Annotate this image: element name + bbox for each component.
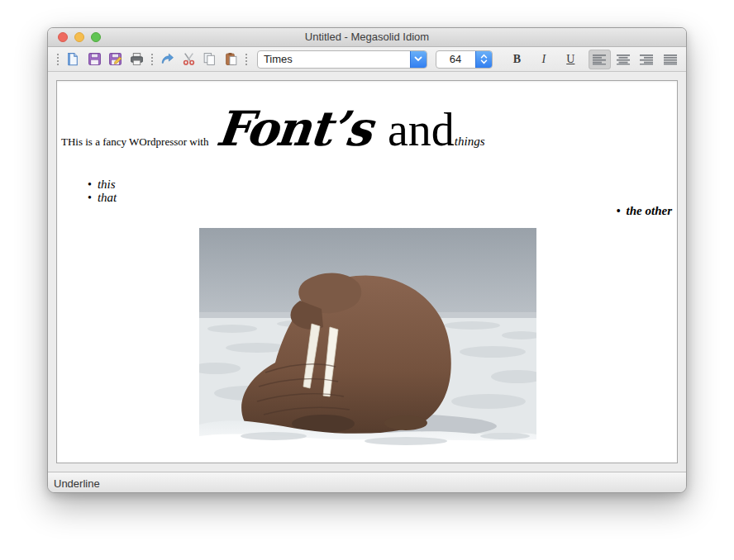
new-document-icon xyxy=(66,52,80,66)
bullet-list: •this •that xyxy=(88,178,117,205)
bold-label: B xyxy=(513,53,521,65)
redo-arrow-icon xyxy=(160,52,174,66)
zoom-window-button[interactable] xyxy=(91,32,101,42)
redo-button[interactable] xyxy=(157,50,179,69)
scissors-icon xyxy=(182,52,196,66)
copy-button[interactable] xyxy=(199,50,221,69)
app-window: Untitled - Megasolid Idiom xyxy=(47,27,687,493)
align-center-icon xyxy=(616,54,631,65)
bullet-text: the other xyxy=(627,204,672,218)
italic-button[interactable]: I xyxy=(532,50,555,69)
italic-label: I xyxy=(542,53,546,65)
bold-button[interactable]: B xyxy=(506,50,528,69)
tail-word: things xyxy=(455,135,485,149)
align-left-icon xyxy=(592,54,607,65)
toolbar-separator xyxy=(151,53,153,65)
stepper-arrows-icon xyxy=(475,50,492,69)
align-justify-button[interactable] xyxy=(660,50,681,69)
minimize-window-button[interactable] xyxy=(74,32,84,42)
underline-button[interactable]: U xyxy=(560,50,582,69)
cut-button[interactable] xyxy=(178,50,199,69)
document-heading-line: THis is a fancy WOrdpressor withFont’s a… xyxy=(61,101,485,157)
and-word: and xyxy=(376,103,455,156)
editor-area: THis is a fancy WOrdpressor withFont’s a… xyxy=(48,72,686,472)
paste-clipboard-icon xyxy=(224,52,238,66)
align-right-icon xyxy=(639,54,654,65)
walrus-on-ice-photo xyxy=(199,228,536,451)
list-item: •that xyxy=(88,192,117,204)
status-bar: Underline xyxy=(48,472,686,493)
window-title: Untitled - Megasolid Idiom xyxy=(48,28,686,46)
save-button[interactable] xyxy=(83,50,105,69)
intro-text: THis is a fancy WOrdpressor with xyxy=(61,135,208,149)
align-justify-icon xyxy=(663,54,678,65)
toolbar: Times 64 B I U xyxy=(48,47,686,72)
print-icon xyxy=(130,52,144,66)
copy-icon xyxy=(203,52,217,66)
close-window-button[interactable] xyxy=(58,32,68,42)
font-size-value: 64 xyxy=(436,53,474,65)
font-size-stepper[interactable]: 64 xyxy=(436,50,493,69)
desktop-background: Untitled - Megasolid Idiom xyxy=(0,0,734,560)
traffic-lights xyxy=(58,32,101,42)
print-button[interactable] xyxy=(126,50,147,69)
list-item: •this xyxy=(88,178,117,191)
save-as-icon xyxy=(108,52,122,66)
toolbar-separator xyxy=(57,53,59,65)
align-left-button[interactable] xyxy=(589,50,610,69)
underline-label: U xyxy=(566,53,574,65)
status-message: Underline xyxy=(54,477,100,490)
save-icon xyxy=(88,52,102,66)
font-family-select[interactable]: Times xyxy=(257,50,427,69)
toolbar-separator xyxy=(245,53,247,65)
chevron-down-icon xyxy=(410,50,427,69)
bullet-glyph: • xyxy=(88,192,92,204)
align-center-button[interactable] xyxy=(612,50,634,69)
right-aligned-list-item: •the other xyxy=(617,204,672,218)
bullet-text: this xyxy=(98,178,116,191)
text-document[interactable]: THis is a fancy WOrdpressor withFont’s a… xyxy=(56,80,678,463)
align-right-button[interactable] xyxy=(636,50,657,69)
bullet-glyph: • xyxy=(617,205,621,218)
bullet-text: that xyxy=(98,192,117,204)
fancy-word: Font’s xyxy=(206,101,379,157)
titlebar[interactable]: Untitled - Megasolid Idiom xyxy=(48,28,686,47)
new-document-button[interactable] xyxy=(63,50,84,69)
save-as-button[interactable] xyxy=(105,50,126,69)
paste-button[interactable] xyxy=(220,50,241,69)
bullet-glyph: • xyxy=(88,178,92,191)
font-family-value: Times xyxy=(258,53,293,65)
